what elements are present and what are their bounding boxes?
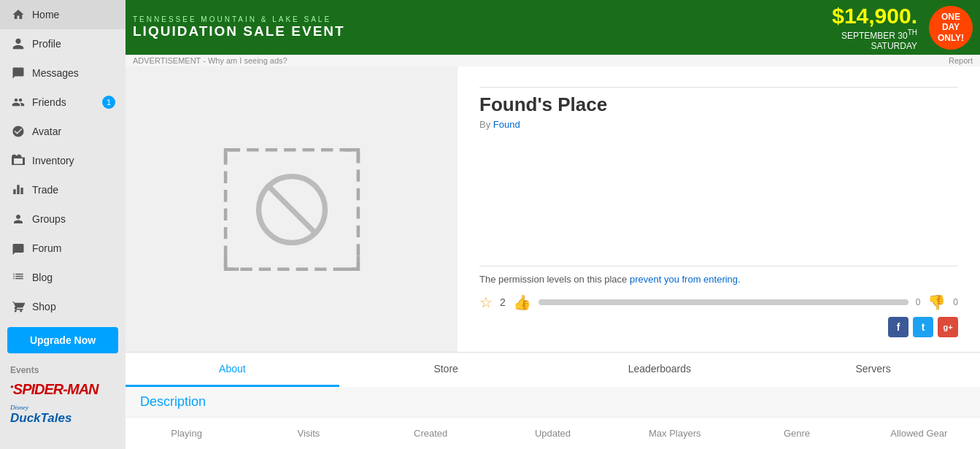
googleplus-share-button[interactable]: g+ — [938, 317, 958, 337]
stat-playing: Playing — [126, 425, 247, 442]
home-icon — [10, 7, 26, 23]
social-row: f t g+ — [479, 317, 958, 337]
sidebar-label-trade: Trade — [32, 184, 58, 196]
ducktales-event[interactable]: Disney DuckTales — [0, 401, 126, 429]
tab-leaderboards-label: Leaderboards — [628, 363, 691, 375]
thumbs-up-count: 0 — [916, 297, 921, 307]
place-content: Found's Place By Found The permission le… — [126, 66, 980, 449]
sidebar-label-blog: Blog — [32, 272, 53, 283]
twitter-icon: t — [922, 321, 925, 333]
friends-icon — [10, 94, 26, 110]
inventory-icon — [10, 153, 26, 169]
sidebar-item-friends[interactable]: Friends 1 — [0, 88, 126, 117]
sidebar-label-friends: Friends — [32, 96, 66, 108]
place-title: Found's Place — [479, 93, 958, 116]
messages-icon — [10, 65, 26, 81]
sidebar: Home Profile Messages Friends 1 Avatar I… — [0, 0, 126, 449]
blog-icon — [10, 269, 26, 285]
tab-about[interactable]: About — [126, 353, 339, 387]
trade-icon — [10, 182, 26, 198]
tab-store-label: Store — [433, 363, 458, 375]
sidebar-item-inventory[interactable]: Inventory — [0, 146, 126, 175]
stat-created: Created — [370, 425, 492, 442]
description-title: Description — [140, 394, 965, 410]
facebook-share-button[interactable]: f — [888, 317, 908, 337]
sidebar-item-trade[interactable]: Trade — [0, 175, 126, 204]
googleplus-icon: g+ — [943, 323, 952, 331]
sidebar-item-forum[interactable]: Forum — [0, 234, 126, 263]
tab-servers-label: Servers — [856, 363, 891, 375]
sidebar-label-profile: Profile — [32, 38, 61, 50]
stats-bar: Playing Visits Created Updated Max Playe… — [126, 417, 980, 449]
sidebar-label-avatar: Avatar — [32, 126, 61, 137]
sidebar-label-inventory: Inventory — [32, 155, 74, 166]
sidebar-label-shop: Shop — [32, 301, 56, 312]
one-day-line1: ONE — [941, 12, 960, 22]
thumbs-down-icon[interactable]: 👎 — [927, 293, 946, 311]
ad-report-link[interactable]: Report — [949, 56, 973, 65]
facebook-icon: f — [897, 321, 900, 333]
rating-count: 2 — [500, 296, 506, 308]
main-content: TENNESSEE MOUNTAIN & LAKE SALE LIQUIDATI… — [126, 0, 980, 449]
tabs-bar: About Store Leaderboards Servers — [126, 352, 980, 387]
ad-price: $14,900. — [832, 4, 917, 28]
sidebar-item-home[interactable]: Home — [0, 0, 126, 29]
place-image — [126, 66, 458, 352]
forum-icon — [10, 240, 26, 256]
profile-icon — [10, 36, 26, 52]
ad-date: SEPTEMBER 30THSATURDAY — [832, 28, 917, 51]
one-day-badge: ONE DAY ONLY! — [929, 6, 973, 50]
sidebar-item-shop[interactable]: Shop — [0, 292, 126, 321]
sidebar-label-groups: Groups — [32, 213, 66, 225]
spiderman-event[interactable]: ●SPIDER-MAN — [0, 378, 126, 401]
tab-servers[interactable]: Servers — [766, 353, 980, 387]
star-icon: ☆ — [479, 293, 493, 311]
sidebar-item-profile[interactable]: Profile — [0, 29, 126, 58]
shop-icon — [10, 299, 26, 315]
ad-bottom-bar: ADVERTISEMENT - Why am I seeing ads? Rep… — [126, 55, 980, 66]
divider-mid — [479, 266, 958, 266]
place-permission: The permission levels on this place prev… — [479, 272, 958, 287]
sidebar-item-blog[interactable]: Blog — [0, 263, 126, 292]
stat-visits: Visits — [247, 425, 369, 442]
sidebar-item-avatar[interactable]: Avatar — [0, 117, 126, 146]
permission-link[interactable]: prevent you from entering. — [630, 274, 741, 285]
tab-leaderboards[interactable]: Leaderboards — [553, 353, 767, 387]
vote-bar — [539, 299, 908, 305]
avatar-icon — [10, 123, 26, 139]
events-label: Events — [0, 359, 126, 378]
ad-subtitle: TENNESSEE MOUNTAIN & LAKE SALE — [133, 15, 345, 23]
groups-icon — [10, 211, 26, 227]
place-author-link[interactable]: Found — [493, 119, 520, 130]
svg-line-2 — [266, 184, 317, 234]
stat-updated: Updated — [492, 425, 614, 442]
one-day-line2: DAY — [942, 22, 960, 32]
sidebar-item-groups[interactable]: Groups — [0, 204, 126, 234]
sidebar-item-messages[interactable]: Messages — [0, 58, 126, 88]
sidebar-label-home: Home — [32, 9, 59, 20]
thumbs-up-icon[interactable]: 👍 — [513, 293, 531, 311]
sidebar-label-messages: Messages — [32, 67, 79, 79]
ad-banner: TENNESSEE MOUNTAIN & LAKE SALE LIQUIDATI… — [126, 0, 980, 55]
tab-about-label: About — [219, 363, 246, 375]
stat-allowed-gear: Allowed Gear — [858, 425, 980, 442]
upgrade-button[interactable]: Upgrade Now — [7, 327, 118, 353]
thumbs-down-count: 0 — [953, 297, 958, 307]
place-top: Found's Place By Found The permission le… — [126, 66, 980, 352]
stat-max-players: Max Players — [614, 425, 736, 442]
description-section: Description — [126, 387, 980, 417]
tab-store[interactable]: Store — [339, 353, 553, 387]
friends-badge: 1 — [102, 96, 115, 109]
by-label: By — [479, 119, 490, 130]
sidebar-label-forum: Forum — [32, 242, 61, 254]
stat-genre: Genre — [736, 425, 857, 442]
twitter-share-button[interactable]: t — [913, 317, 933, 337]
rating-row: ☆ 2 👍 0 👎 0 — [479, 293, 958, 311]
divider-top — [479, 87, 958, 88]
ad-disclaimer: ADVERTISEMENT - Why am I seeing ads? — [133, 56, 288, 65]
place-by: By Found — [479, 119, 958, 130]
place-info: Found's Place By Found The permission le… — [458, 66, 980, 352]
ad-title: LIQUIDATION SALE EVENT — [133, 23, 345, 39]
one-day-line3: ONLY! — [938, 33, 964, 43]
